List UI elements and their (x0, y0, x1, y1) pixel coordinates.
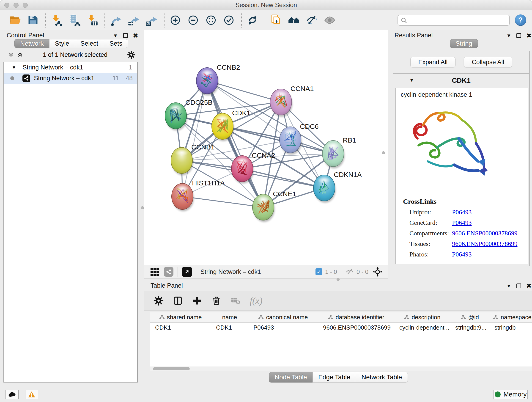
network-canvas[interactable]: CCNB2 CCNA1 CDC25B CDK1 CDC6 (144, 30, 388, 265)
refresh-network-button[interactable] (245, 13, 260, 27)
crosslink-link[interactable]: P06493 (452, 219, 472, 226)
cell[interactable]: stringdb:9... (450, 322, 489, 332)
import-table-button[interactable] (85, 13, 99, 27)
crosslink-row: Pharos: P06493 (409, 251, 524, 258)
memory-button[interactable]: Memory (494, 390, 528, 399)
protein-section-header[interactable]: ▼ CDK1 (393, 74, 529, 87)
float-panel-icon[interactable] (123, 33, 128, 38)
network-node-CCNE1[interactable]: CCNE1 (253, 190, 296, 222)
zoom-selected-button[interactable] (222, 13, 236, 27)
share-view-icon[interactable] (164, 267, 173, 277)
network-collection-row[interactable]: ▼ String Network – cdk1 1 (4, 62, 137, 73)
warnings-button[interactable] (25, 390, 38, 399)
float-panel-icon[interactable] (516, 283, 521, 288)
selected-checkbox-icon[interactable]: ✓ (316, 268, 322, 275)
cell[interactable]: CDK1 (211, 322, 248, 332)
right-splitter-handle[interactable] (382, 151, 385, 154)
show-columns-icon[interactable] (173, 296, 183, 306)
scrollbar-thumb[interactable] (153, 367, 190, 370)
section-collapse-icon[interactable]: ▼ (409, 77, 414, 83)
cell[interactable]: P06493 (248, 322, 318, 332)
cell[interactable]: 9606.ENSP00000378699 (318, 322, 394, 332)
export-network-button[interactable] (109, 13, 123, 27)
network-node-CCNB2[interactable]: CCNB2 (196, 64, 240, 96)
crosslink-link[interactable]: P06493 (452, 251, 472, 258)
network-node-CDC6[interactable]: CDC6 (279, 123, 319, 155)
crosslink-link[interactable]: 9606.ENSP00000378699 (452, 240, 517, 248)
tab-node-table[interactable]: Node Table (269, 372, 313, 383)
column-header-name[interactable]: name (211, 313, 248, 322)
collapse-panel-icon[interactable]: ▼ (506, 33, 511, 39)
show-panels-button[interactable] (323, 13, 337, 27)
network-row[interactable]: String Network – cdk1 11 48 (4, 73, 137, 84)
tab-style[interactable]: Style (49, 39, 75, 48)
tab-network-table[interactable]: Network Table (356, 372, 408, 383)
grid-view-icon[interactable] (150, 267, 159, 276)
expand-all-icon[interactable] (17, 52, 23, 58)
cell[interactable]: cyclin-dependent ... (394, 322, 450, 332)
delete-column-icon[interactable] (211, 296, 221, 306)
cloud-button[interactable] (6, 390, 19, 399)
column-network-icon (258, 315, 264, 320)
tab-string[interactable]: String (450, 39, 478, 48)
node-table[interactable]: shared namename canonical name database … (150, 312, 532, 366)
crosslink-link[interactable]: 9606.ENSP00000378699 (452, 230, 517, 237)
export-table-button[interactable] (127, 13, 141, 27)
export-image-button[interactable] (145, 13, 159, 27)
table-row[interactable]: CDK1CDK1P064939606.ENSP00000378699cyclin… (150, 322, 532, 332)
zoom-out-button[interactable] (186, 13, 200, 27)
close-panel-icon[interactable]: ✖ (133, 32, 138, 39)
annotations-button[interactable] (269, 13, 283, 27)
table-settings-gear-icon[interactable] (153, 296, 164, 306)
network-options-gear-icon[interactable] (127, 51, 135, 59)
table-toolbar: f(x) (144, 291, 532, 311)
column-header-id[interactable]: @id (450, 313, 489, 322)
network-node-RB1[interactable]: RB1 (322, 136, 356, 168)
column-header-description[interactable]: description (394, 313, 450, 322)
birdseye-navigator-icon[interactable] (373, 267, 383, 277)
collapse-all-button[interactable]: Collapse All (464, 57, 512, 67)
table-header-row: shared namename canonical name database … (150, 313, 532, 322)
table-horizontal-scrollbar[interactable] (150, 366, 532, 371)
delete-table-icon[interactable] (230, 296, 241, 306)
left-splitter-handle[interactable] (141, 206, 144, 209)
cell[interactable]: stringdb (489, 322, 532, 332)
crosslink-link[interactable]: P06493 (452, 209, 472, 216)
search-input[interactable] (398, 15, 510, 26)
collapse-all-icon[interactable] (8, 52, 14, 58)
open-in-window-icon[interactable] (182, 267, 192, 277)
collapse-panel-icon[interactable]: ▼ (506, 283, 511, 289)
hide-panels-button[interactable] (305, 13, 319, 27)
column-header-sharedname[interactable]: shared name (150, 313, 211, 322)
network-node-CDKN1A[interactable]: CDKN1A (313, 171, 362, 203)
string-home-button[interactable] (287, 13, 301, 27)
zoom-fit-button[interactable] (204, 13, 218, 27)
tab-sets[interactable]: Sets (104, 39, 128, 48)
close-panel-icon[interactable]: ✖ (526, 32, 532, 39)
column-header-namespace[interactable]: namespace (489, 313, 532, 322)
cell[interactable]: CDK1 (150, 322, 211, 332)
horizontal-splitter-handle[interactable] (336, 278, 340, 281)
expand-all-button[interactable]: Expand All (410, 57, 456, 67)
function-builder-icon[interactable]: f(x) (250, 295, 263, 306)
tab-edge-table[interactable]: Edge Table (312, 372, 356, 383)
hidden-eye-slash-icon[interactable] (346, 268, 354, 276)
zoom-in-button[interactable] (168, 13, 182, 27)
tab-select[interactable]: Select (75, 39, 104, 48)
tree-expand-icon[interactable]: ▼ (12, 65, 16, 70)
import-network-button[interactable] (50, 13, 64, 27)
network-node-HIST1H1A[interactable]: HIST1H1A (172, 179, 225, 211)
hidden-count-badge: 0 - 0 (356, 268, 368, 275)
open-session-button[interactable] (8, 13, 22, 27)
help-button[interactable]: ? (515, 14, 526, 26)
column-header-databaseidentifier[interactable]: database identifier (318, 313, 394, 322)
network-node-CCNA1[interactable]: CCNA1 (270, 85, 314, 117)
collapse-panel-icon[interactable]: ▼ (113, 33, 118, 39)
close-panel-icon[interactable]: ✖ (526, 282, 532, 290)
save-session-button[interactable] (26, 13, 40, 27)
float-panel-icon[interactable] (516, 33, 521, 38)
column-header-canonicalname[interactable]: canonical name (248, 313, 318, 322)
import-database-button[interactable] (67, 13, 82, 27)
tab-network[interactable]: Network (14, 39, 50, 48)
add-column-icon[interactable] (192, 296, 202, 306)
